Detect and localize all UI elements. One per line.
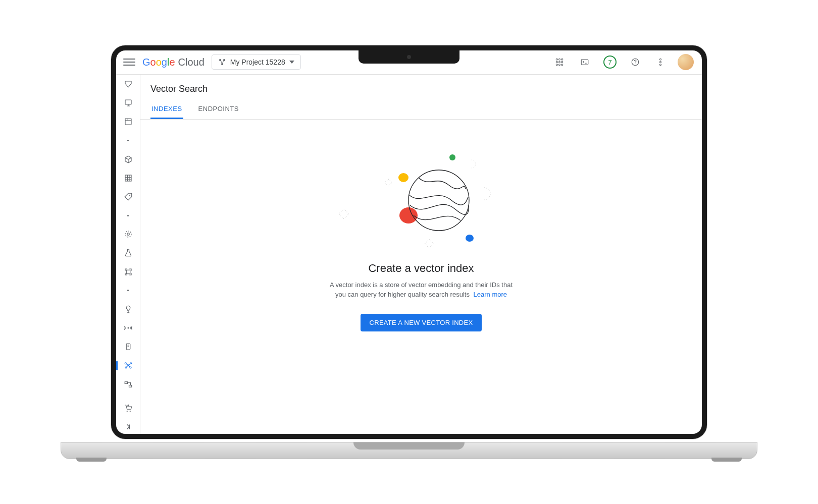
svg-point-42 xyxy=(466,235,474,242)
sidebar-item-training-icon[interactable] xyxy=(119,228,137,241)
chevron-down-icon xyxy=(289,61,294,64)
svg-point-7 xyxy=(559,62,560,63)
apps-grid-icon[interactable] xyxy=(550,53,569,71)
svg-point-43 xyxy=(408,170,469,231)
svg-rect-33 xyxy=(129,385,131,387)
tab-bar: INDEXES ENDPOINTS xyxy=(140,100,702,120)
svg-rect-36 xyxy=(339,209,349,219)
svg-point-4 xyxy=(559,59,560,60)
app-screen: Google Cloud My Project 15228 xyxy=(116,50,702,434)
svg-point-34 xyxy=(126,411,127,412)
svg-point-2 xyxy=(221,63,223,65)
sidebar-item-model-registry-icon[interactable] xyxy=(119,302,137,316)
trial-count: 7 xyxy=(608,59,611,66)
sidebar-item-marketplace-icon[interactable] xyxy=(119,401,137,415)
sidebar-collapse-icon[interactable] xyxy=(119,420,137,433)
svg-point-5 xyxy=(561,59,563,60)
svg-point-21 xyxy=(129,195,130,196)
logo-brand: Google xyxy=(142,57,175,68)
sidebar-item-datasets-icon[interactable] xyxy=(119,152,137,166)
empty-state-title: Create a vector index xyxy=(368,262,474,275)
svg-point-25 xyxy=(127,327,129,329)
svg-point-14 xyxy=(635,64,635,64)
svg-point-3 xyxy=(556,59,557,60)
svg-rect-32 xyxy=(125,381,127,383)
svg-point-40 xyxy=(398,173,408,182)
svg-rect-20 xyxy=(125,175,131,181)
more-vert-icon[interactable] xyxy=(651,53,670,71)
product-sidebar xyxy=(116,75,140,434)
svg-point-39 xyxy=(449,154,455,160)
project-icon xyxy=(218,58,226,66)
svg-point-11 xyxy=(561,64,563,66)
learn-more-link[interactable]: Learn more xyxy=(474,291,507,298)
svg-point-6 xyxy=(556,62,557,63)
screen-bezel: Google Cloud My Project 15228 xyxy=(111,45,707,439)
laptop-foot-left xyxy=(76,458,107,462)
svg-rect-19 xyxy=(125,119,131,125)
logo-suffix: Cloud xyxy=(178,57,205,68)
svg-rect-18 xyxy=(125,100,131,104)
sidebar-item-metadata-icon[interactable] xyxy=(119,265,137,278)
app-body: Vector Search INDEXES ENDPOINTS xyxy=(116,75,702,434)
svg-rect-37 xyxy=(385,179,392,186)
svg-point-35 xyxy=(129,411,130,412)
svg-point-17 xyxy=(660,64,661,66)
laptop-foot-right xyxy=(711,458,742,462)
svg-point-22 xyxy=(127,233,129,236)
tab-indexes[interactable]: INDEXES xyxy=(150,100,183,119)
avatar xyxy=(678,54,694,70)
page-header: Vector Search xyxy=(140,75,702,98)
sidebar-item-dashboard-icon[interactable] xyxy=(119,96,137,110)
tab-endpoints[interactable]: ENDPOINTS xyxy=(197,100,240,119)
laptop-mock: Google Cloud My Project 15228 xyxy=(61,45,757,459)
svg-point-10 xyxy=(559,64,560,66)
project-name: My Project 15228 xyxy=(230,58,285,66)
project-picker[interactable]: My Project 15228 xyxy=(212,54,301,70)
svg-point-9 xyxy=(556,64,557,66)
sidebar-item-model-garden-icon[interactable] xyxy=(119,115,137,129)
create-vector-index-button[interactable]: CREATE A NEW VECTOR INDEX xyxy=(361,314,482,331)
sidebar-item-feature-store-icon[interactable] xyxy=(119,171,137,185)
svg-rect-24 xyxy=(126,270,130,274)
sidebar-item-online-prediction-icon[interactable] xyxy=(119,321,137,335)
svg-point-23 xyxy=(125,231,131,237)
sidebar-item-pipelines-icon[interactable] xyxy=(119,377,137,391)
empty-state: Create a vector index A vector index is … xyxy=(140,120,702,434)
sidebar-item-vector-search-icon[interactable] xyxy=(119,359,137,372)
help-icon[interactable] xyxy=(626,53,644,71)
page-title: Vector Search xyxy=(150,80,692,98)
svg-rect-12 xyxy=(581,60,588,65)
laptop-base-notch xyxy=(353,442,465,450)
google-cloud-logo[interactable]: Google Cloud xyxy=(142,57,205,68)
laptop-camera xyxy=(407,55,411,59)
hamburger-menu-button[interactable] xyxy=(123,56,135,68)
empty-state-description: A vector index is a store of vector embe… xyxy=(325,280,517,300)
cloud-shell-icon[interactable] xyxy=(576,53,594,71)
empty-state-illustration xyxy=(320,140,522,256)
main-panel: Vector Search INDEXES ENDPOINTS xyxy=(140,75,702,434)
sidebar-separator xyxy=(119,209,137,222)
sidebar-separator xyxy=(119,134,137,147)
sidebar-item-experiments-icon[interactable] xyxy=(119,246,137,260)
free-trial-badge[interactable]: 7 xyxy=(601,53,619,71)
svg-point-15 xyxy=(660,59,661,60)
svg-point-16 xyxy=(660,62,661,63)
laptop-base xyxy=(61,442,757,459)
svg-point-41 xyxy=(399,207,418,223)
sidebar-item-batch-prediction-icon[interactable] xyxy=(119,340,137,354)
account-avatar[interactable] xyxy=(677,53,695,71)
svg-rect-38 xyxy=(425,239,434,248)
sidebar-item-labeling-icon[interactable] xyxy=(119,190,137,203)
sidebar-item-vertex-ai-icon[interactable] xyxy=(119,78,137,91)
svg-point-8 xyxy=(561,62,563,63)
sidebar-separator xyxy=(119,284,137,297)
